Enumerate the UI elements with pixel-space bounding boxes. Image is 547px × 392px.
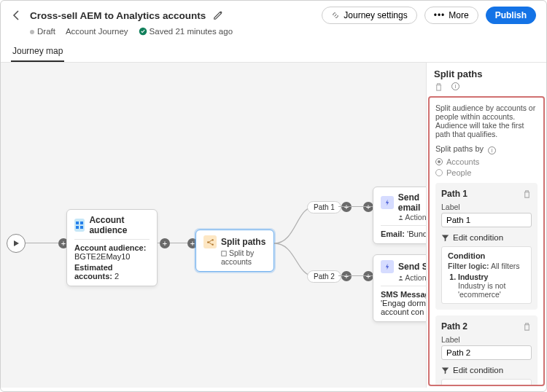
path-1-card: Path 1 Label Edit condition Condition Fi…: [435, 183, 538, 310]
path-2-card: Path 2 Label Edit condition Condition Fi…: [435, 315, 538, 386]
info-icon[interactable]: i: [451, 82, 459, 90]
svg-rect-3: [76, 226, 79, 229]
page-title: Cross-sell AEM to Analytics accounts: [30, 10, 206, 21]
saved-status: Saved 21 minutes ago: [139, 27, 233, 36]
svg-rect-4: [80, 226, 83, 229]
add-node-icon[interactable]: +: [160, 238, 170, 248]
bolt-icon: [381, 260, 394, 273]
radio-people[interactable]: People: [435, 168, 538, 177]
node-send-sms[interactable]: Send SMS Action on p SMS Message: 'Engag…: [373, 254, 426, 322]
filter-icon: [441, 366, 449, 375]
svg-point-9: [400, 216, 402, 218]
edit-condition-button[interactable]: Edit condition: [441, 233, 532, 242]
delete-path-icon[interactable]: [522, 189, 532, 199]
bolt-icon: [381, 196, 394, 209]
panel-desc: Split audience by accounts or people wit…: [435, 103, 538, 138]
panel-title: Split paths: [427, 63, 546, 82]
person-icon: [398, 275, 403, 281]
grid-icon: [74, 219, 85, 232]
edit-condition-button[interactable]: Edit condition: [441, 366, 532, 375]
play-icon: [12, 240, 20, 247]
path-2-label-input[interactable]: [441, 345, 532, 360]
tab-journey-map[interactable]: Journey map: [11, 40, 64, 62]
person-icon: [398, 215, 403, 220]
split-icon: [203, 235, 217, 248]
journey-canvas[interactable]: + Account audience Account audience: BGT…: [1, 63, 426, 388]
start-node[interactable]: [7, 234, 26, 253]
path-1-label[interactable]: Path 1: [307, 201, 341, 213]
publish-button[interactable]: Publish: [486, 7, 536, 24]
info-icon[interactable]: i: [488, 146, 496, 154]
radio-accounts[interactable]: Accounts: [435, 157, 538, 166]
delete-icon[interactable]: [434, 82, 443, 92]
node-account-audience[interactable]: Account audience Account audience: BGTE2…: [66, 209, 158, 286]
link-icon: [331, 11, 340, 20]
node-split-paths[interactable]: Split paths Split by accounts: [195, 230, 274, 272]
svg-rect-8: [222, 251, 226, 256]
journey-type: Account Journey: [66, 27, 128, 36]
svg-rect-2: [80, 222, 83, 224]
svg-rect-1: [76, 222, 79, 224]
more-button[interactable]: ••• More: [424, 7, 478, 24]
condition-summary: Condition Filter logic: All filters Indu…: [441, 379, 532, 386]
delete-path-icon[interactable]: [522, 322, 532, 332]
ellipsis-icon: •••: [434, 10, 446, 20]
edit-icon[interactable]: [213, 10, 223, 20]
building-icon: [221, 251, 227, 256]
back-icon[interactable]: [11, 9, 23, 21]
check-icon: [139, 27, 147, 36]
journey-settings-button[interactable]: Journey settings: [322, 7, 416, 24]
status-draft: Draft: [30, 27, 55, 36]
svg-point-10: [400, 276, 402, 278]
split-paths-panel: Split paths i Split audience by accounts…: [426, 63, 546, 388]
path-1-label-input[interactable]: [441, 213, 532, 227]
filter-icon: [441, 234, 449, 242]
condition-summary: Condition Filter logic: All filters Indu…: [441, 246, 532, 304]
path-2-label[interactable]: Path 2: [307, 270, 341, 283]
split-by-label: Split paths by i: [435, 144, 538, 154]
node-send-email[interactable]: Send email Action on p Email: 'Bundle pr…: [373, 187, 426, 244]
